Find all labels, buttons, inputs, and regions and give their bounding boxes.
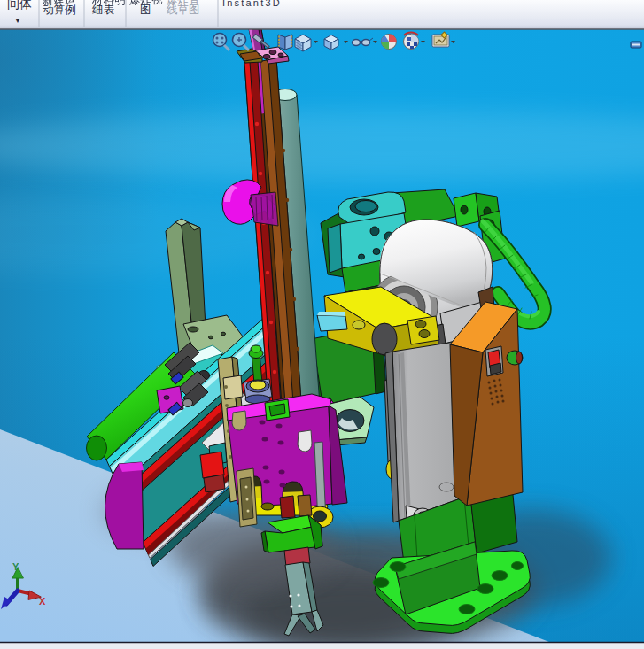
- svg-text:Instant3D: Instant3D: [222, 0, 282, 8]
- svg-text:爆炸直: 爆炸直: [167, 0, 200, 6]
- svg-text:爆炸视: 爆炸视: [129, 0, 163, 6]
- svg-text:Y: Y: [12, 561, 19, 572]
- svg-text:材料明: 材料明: [91, 0, 126, 6]
- svg-text:X: X: [39, 596, 46, 607]
- svg-text:▼: ▼: [14, 17, 21, 25]
- svg-text:间体: 间体: [7, 0, 32, 11]
- svg-text:新建运: 新建运: [43, 0, 76, 6]
